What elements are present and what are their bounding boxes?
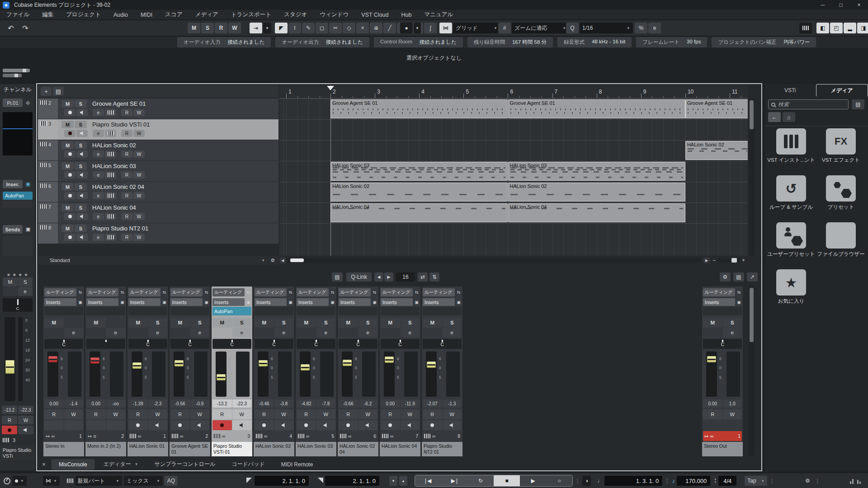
redo-button[interactable]: ↷ <box>20 23 31 33</box>
strip-mute-button[interactable]: M <box>339 318 358 328</box>
mixer-channel-strip[interactable]: ルーティング ⇆ Inserts ▣ AutoPan M S e C <box>170 286 210 456</box>
track-mute-button[interactable]: M <box>61 141 74 149</box>
mixer-channel-strip[interactable]: ルーティング ⇆ Inserts ▣ AutoPan M S e C <box>127 286 168 456</box>
track-write-button[interactable]: W <box>133 213 145 220</box>
strip-fader-cap[interactable] <box>385 357 394 363</box>
grid-type-icon[interactable]: # <box>498 23 511 33</box>
cycle-button[interactable]: ↻ <box>467 475 494 486</box>
routing-rack-label[interactable]: ルーティング <box>86 288 118 296</box>
menu-item[interactable]: メディア <box>189 11 225 19</box>
track-record-button[interactable] <box>64 171 75 178</box>
strip-mute-button[interactable]: M <box>703 318 722 328</box>
routing-rack-label[interactable]: ルーティング <box>703 288 735 296</box>
strip-solo-button[interactable]: S <box>148 318 168 328</box>
playhead-marker[interactable] <box>327 86 334 94</box>
inserts-rack-label[interactable]: Inserts <box>297 298 329 306</box>
strip-edit-button[interactable]: e <box>401 328 420 338</box>
tool-button[interactable]: ◇ <box>343 23 355 33</box>
mixer-settings-icon[interactable]: ⚙ <box>720 272 731 282</box>
strip-monitor-button[interactable] <box>232 420 252 430</box>
back-icon[interactable]: ← <box>768 112 781 122</box>
strip-fader-track[interactable] <box>132 352 142 397</box>
midi-clip[interactable]: HALion Sonic 04 <box>330 203 508 222</box>
track-edit-button[interactable]: e <box>93 171 104 178</box>
routing-rack-label[interactable]: ルーティング <box>339 288 371 296</box>
strip-peak-value[interactable]: -1.4 <box>64 399 84 408</box>
track-row[interactable]: 6 M S HALion Sonic 02 04 e R W <box>38 182 278 202</box>
record-mode-button[interactable]: ▼ <box>12 476 27 486</box>
panel-handle[interactable] <box>3 69 30 80</box>
midi-clip[interactable]: HALion Sonic 03 <box>508 162 685 181</box>
qlink-button[interactable]: Q-Link <box>346 272 372 282</box>
menu-item[interactable]: プロジェクト <box>60 11 107 19</box>
tap-tempo-button[interactable]: Tap▼ <box>745 476 767 486</box>
insert-slot[interactable]: AutoPan <box>255 307 293 315</box>
punch-in-icon[interactable]: ▼ <box>389 476 397 486</box>
strip-write-button[interactable]: W <box>148 409 168 419</box>
inserts-rack-label[interactable]: Inserts <box>212 298 245 306</box>
strip-record-button[interactable] <box>212 420 232 430</box>
record-enable-button[interactable] <box>2 426 17 434</box>
track-mute-button[interactable]: M <box>61 162 74 170</box>
media-tile[interactable]: ユーザープリセット <box>766 222 816 269</box>
inserts-icon[interactable]: ▣ <box>245 300 251 305</box>
strip-peak-value[interactable]: -1.3 <box>443 399 462 408</box>
tool-button[interactable]: ╱ <box>383 23 396 33</box>
strip-level-value[interactable]: 0.00 <box>703 399 722 408</box>
routing-rack-label[interactable]: ルーティング <box>423 288 455 296</box>
zoom-out-icon[interactable]: − <box>712 257 716 263</box>
strip-fader-track[interactable] <box>216 352 226 397</box>
track-preset-name[interactable]: Standard <box>50 258 70 263</box>
strip-pan-control[interactable]: C <box>128 339 167 349</box>
mixer-channel-strip[interactable]: ルーティング ⇆ Inserts ▣ AutoPan M S e C <box>296 286 336 456</box>
track-edit-button[interactable]: e <box>93 234 104 241</box>
inserts-icon[interactable]: ▣ <box>119 300 125 305</box>
routing-icon[interactable]: ⇆ <box>245 290 251 295</box>
strip-channel-name[interactable]: HALion Sonic 02 <box>254 442 294 456</box>
precount-button[interactable]: ◑ <box>582 476 591 486</box>
sends-bypass-icon[interactable]: ▣ <box>24 225 33 234</box>
track-solo-button[interactable]: S <box>75 225 87 232</box>
tool-button[interactable]: × <box>356 23 369 33</box>
strip-monitor-button[interactable] <box>316 420 336 430</box>
output-routing-row[interactable]: ↦ ∞ 1 <box>703 431 742 441</box>
strip-fader-track[interactable] <box>706 352 717 397</box>
routing-icon[interactable]: ⇆ <box>161 290 167 295</box>
track-solo-button[interactable]: S <box>75 162 87 170</box>
mixer-channel-strip[interactable]: ルーティング ⇆ Inserts ▣ AutoPan M S e C <box>338 286 378 456</box>
strip-level-value[interactable]: -0.66 <box>339 399 358 408</box>
inserts-rack-label[interactable]: Inserts <box>381 298 413 306</box>
zoom-in-icon[interactable]: + <box>742 257 745 263</box>
track-monitor-button[interactable] <box>76 109 88 116</box>
strip-level-value[interactable]: -0.56 <box>170 399 190 408</box>
quantize-select[interactable]: 1/16▼ <box>580 23 633 33</box>
track-instrument-button[interactable] <box>105 150 116 158</box>
strip-pan-control[interactable]: C <box>297 339 335 349</box>
scroll-right-icon[interactable]: ▶ <box>703 257 710 263</box>
strip-write-button[interactable]: W <box>359 409 378 419</box>
track-row[interactable]: 5 M S HALion Sonic 03 e R W <box>38 161 278 182</box>
track-instrument-button[interactable] <box>105 192 116 199</box>
inserts-icon[interactable]: ▣ <box>330 300 335 305</box>
inserts-icon[interactable]: ▣ <box>77 300 83 305</box>
strip-pan-control[interactable]: C <box>339 339 377 349</box>
strip-pan-control[interactable]: C <box>381 339 420 349</box>
track-write-button[interactable]: W <box>133 150 145 158</box>
track-instrument-button[interactable] <box>105 171 116 178</box>
pan-control[interactable]: C <box>3 298 33 312</box>
time-signature-display[interactable]: 4/4 <box>718 476 736 486</box>
routing-icon[interactable]: ⇆ <box>372 290 377 295</box>
comment-dropdown[interactable]: ▼ <box>414 23 421 33</box>
search-input[interactable] <box>778 101 845 108</box>
media-tile[interactable]: VST インスト...ント <box>766 128 816 175</box>
inserts-rack-label[interactable]: Inserts <box>255 298 287 306</box>
goto-next-marker-button[interactable]: ▶| <box>441 475 467 486</box>
strip-read-button[interactable]: R <box>212 409 232 419</box>
strip-peak-value[interactable]: -6.2 <box>359 399 378 408</box>
onscreen-keyboard-button[interactable] <box>799 23 812 33</box>
strip-write-button[interactable]: W <box>316 409 336 419</box>
strip-read-button[interactable]: R <box>86 409 106 419</box>
strip-solo-button[interactable]: S <box>359 318 378 328</box>
strip-solo-button[interactable]: S <box>316 318 336 328</box>
strip-monitor-button[interactable] <box>106 420 126 430</box>
